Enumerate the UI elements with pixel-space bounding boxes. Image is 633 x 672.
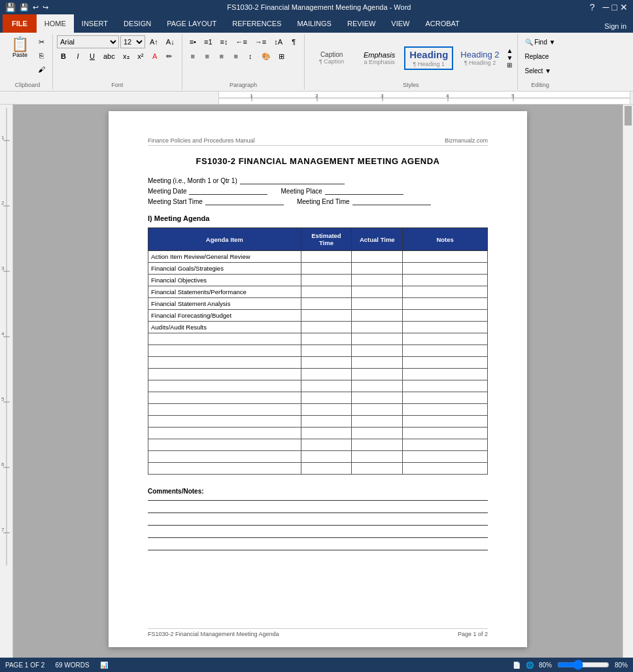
table-row bbox=[148, 416, 488, 428]
editing-content: 🔍 Find ▼ Replace Select ▼ bbox=[522, 35, 559, 80]
font-family-select[interactable]: Arial bbox=[57, 35, 119, 48]
comments-section: Comments/Notes: bbox=[148, 488, 488, 550]
cell-item-0: Action Item Review/General Review bbox=[148, 251, 301, 263]
tab-references[interactable]: REFERENCES bbox=[224, 14, 289, 33]
undo-icon[interactable]: ↩ bbox=[33, 3, 39, 12]
meeting-line bbox=[240, 176, 345, 184]
cell-actual-9 bbox=[352, 357, 403, 369]
align-center-button[interactable]: ≡ bbox=[201, 50, 214, 63]
superscript-button[interactable]: x² bbox=[134, 50, 147, 63]
tab-insert[interactable]: INSERT bbox=[74, 14, 116, 33]
col-actual-time: Actual Time bbox=[352, 228, 403, 251]
save-icon[interactable]: 💾 bbox=[20, 3, 29, 12]
cell-est-8 bbox=[301, 345, 352, 357]
increase-font-button[interactable]: A↑ bbox=[146, 35, 162, 48]
format-painter-button[interactable]: 🖌 bbox=[35, 63, 48, 76]
cell-notes-14 bbox=[403, 416, 488, 428]
cell-notes-5 bbox=[403, 310, 488, 322]
highlight-button[interactable]: ✏ bbox=[163, 50, 176, 63]
tab-home[interactable]: HOME bbox=[37, 14, 74, 33]
decrease-indent-button[interactable]: ←≡ bbox=[232, 35, 250, 48]
cell-notes-10 bbox=[403, 369, 488, 380]
show-hide-button[interactable]: ¶ bbox=[287, 35, 300, 48]
header-right: Bizmanualz.com bbox=[445, 137, 488, 144]
sort-button[interactable]: ↕A bbox=[271, 35, 286, 48]
bullets-button[interactable]: ≡• bbox=[186, 35, 199, 48]
cell-est-17 bbox=[301, 451, 352, 463]
style-heading2[interactable]: Heading 2 ¶ Heading 2 bbox=[455, 47, 504, 69]
document-scroll[interactable]: Finance Policies and Procedures Manual B… bbox=[13, 105, 623, 662]
italic-button[interactable]: I bbox=[71, 50, 84, 63]
border-button[interactable]: ⊞ bbox=[275, 50, 288, 63]
styles-scroll[interactable]: ▲ ▼ ⊞ bbox=[507, 47, 513, 69]
table-row bbox=[148, 357, 488, 369]
view-web-icon[interactable]: 🌐 bbox=[526, 662, 534, 663]
meeting-row2: Meeting Date Meeting Place bbox=[148, 187, 488, 195]
paste-button[interactable]: 📋 Paste bbox=[7, 35, 33, 76]
style-caption[interactable]: Caption ¶ Caption bbox=[309, 48, 354, 67]
styles-down-icon[interactable]: ▼ bbox=[507, 54, 513, 61]
cell-actual-18 bbox=[352, 463, 403, 475]
cell-est-0 bbox=[301, 251, 352, 263]
cell-notes-6 bbox=[403, 322, 488, 333]
help-button[interactable]: ? bbox=[590, 2, 595, 12]
numbering-button[interactable]: ≡1 bbox=[201, 35, 216, 48]
align-right-button[interactable]: ≡ bbox=[215, 50, 228, 63]
svg-text:2: 2 bbox=[315, 93, 318, 99]
align-left-button[interactable]: ≡ bbox=[186, 50, 199, 63]
strikethrough-button[interactable]: abc bbox=[100, 50, 118, 63]
table-row: Financial Objectives bbox=[148, 275, 488, 286]
view-print-icon[interactable]: 📄 bbox=[513, 662, 521, 663]
comment-line-2 bbox=[148, 512, 488, 513]
tab-mailings[interactable]: MAILINGS bbox=[289, 14, 339, 33]
style-heading1[interactable]: Heading ¶ Heading 1 bbox=[404, 46, 453, 70]
copy-button[interactable]: ⎘ bbox=[35, 49, 48, 62]
cell-actual-16 bbox=[352, 439, 403, 451]
cell-notes-18 bbox=[403, 463, 488, 475]
line-spacing-button[interactable]: ↕ bbox=[244, 50, 257, 63]
tab-view[interactable]: VIEW bbox=[383, 14, 417, 33]
find-button[interactable]: 🔍 Find ▼ bbox=[522, 35, 559, 48]
font-color-button[interactable]: A bbox=[148, 50, 162, 63]
minimize-button[interactable]: ─ bbox=[603, 2, 609, 12]
status-bar: PAGE 1 OF 2 69 WORDS 📊 📄 🌐 80% 80% bbox=[0, 658, 633, 662]
replace-button[interactable]: Replace bbox=[522, 50, 553, 63]
heading2-label: ¶ Heading 2 bbox=[460, 59, 499, 66]
page-info: PAGE 1 OF 2 bbox=[5, 662, 44, 663]
cell-item-7 bbox=[148, 333, 301, 345]
zoom-percent: 80% bbox=[615, 662, 628, 663]
tab-design[interactable]: DESIGN bbox=[116, 14, 159, 33]
increase-indent-button[interactable]: →≡ bbox=[252, 35, 269, 48]
zoom-slider[interactable] bbox=[557, 660, 609, 662]
styles-expand-icon[interactable]: ⊞ bbox=[507, 61, 513, 69]
maximize-button[interactable]: □ bbox=[612, 2, 617, 12]
right-scrollbar[interactable] bbox=[623, 105, 633, 662]
font-content: Arial 12 A↑ A↓ B I U abc x₂ x² A ✏ bbox=[57, 35, 178, 80]
sign-in-button[interactable]: Sign in bbox=[598, 20, 633, 33]
select-button[interactable]: Select ▼ bbox=[522, 64, 555, 77]
shading-button[interactable]: 🎨 bbox=[258, 50, 274, 63]
tab-acrobat[interactable]: ACROBAT bbox=[417, 14, 467, 33]
svg-text:1: 1 bbox=[1, 135, 5, 141]
file-tab[interactable]: FILE bbox=[3, 14, 37, 33]
redo-icon[interactable]: ↪ bbox=[43, 3, 48, 12]
paste-label: Paste bbox=[12, 52, 27, 58]
justify-button[interactable]: ≡ bbox=[230, 50, 243, 63]
style-emphasis[interactable]: Emphasis a Emphasis bbox=[356, 48, 402, 68]
bold-button[interactable]: B bbox=[57, 50, 70, 63]
subscript-button[interactable]: x₂ bbox=[120, 50, 133, 63]
tab-page-layout[interactable]: PAGE LAYOUT bbox=[159, 14, 224, 33]
font-size-select[interactable]: 12 bbox=[120, 35, 145, 48]
tab-review[interactable]: REVIEW bbox=[339, 14, 383, 33]
cell-item-14 bbox=[148, 416, 301, 428]
meeting-row1: Meeting (i.e., Month 1 or Qtr 1) bbox=[148, 176, 488, 184]
styles-up-icon[interactable]: ▲ bbox=[507, 47, 513, 54]
scrollbar-thumb[interactable] bbox=[624, 106, 632, 126]
cell-est-12 bbox=[301, 392, 352, 404]
decrease-font-button[interactable]: A↓ bbox=[163, 35, 178, 48]
cut-button[interactable]: ✂ bbox=[35, 35, 48, 48]
meeting-end-label: Meeting End Time bbox=[297, 198, 350, 205]
underline-button[interactable]: U bbox=[86, 50, 99, 63]
close-button[interactable]: ✕ bbox=[620, 2, 628, 12]
multilevel-button[interactable]: ≡↕ bbox=[217, 35, 231, 48]
